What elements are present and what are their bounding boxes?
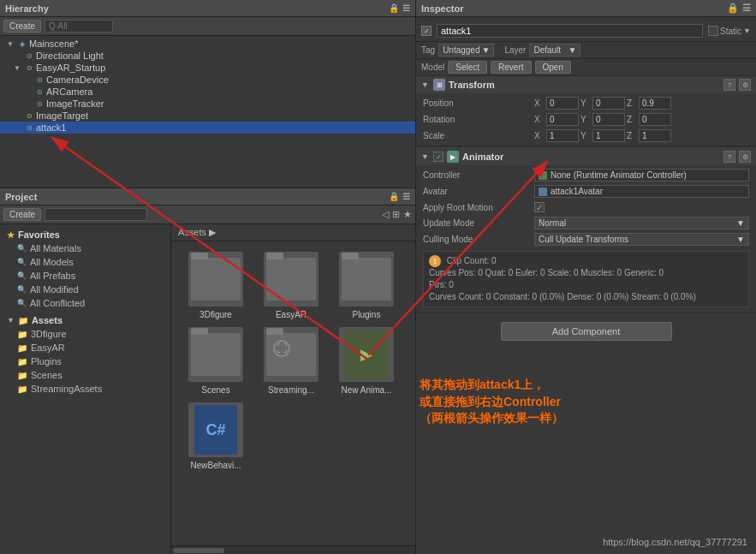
- asset-new-anim-icon: ▶: [339, 327, 394, 382]
- sidebar-item-all-models[interactable]: 🔍 All Models: [0, 255, 170, 269]
- project-icon1[interactable]: ◁: [382, 209, 389, 220]
- scale-x-input[interactable]: [546, 129, 579, 142]
- animator-enabled-checkbox[interactable]: ✓: [433, 152, 443, 162]
- animator-settings-icon[interactable]: ⚙: [739, 151, 751, 163]
- asset-3dfigure[interactable]: 3Dfigure: [182, 252, 250, 320]
- animator-toggle-arrow: ▼: [421, 152, 430, 161]
- animator-book-icon[interactable]: ?: [723, 151, 735, 163]
- go-name-input[interactable]: [437, 24, 703, 38]
- hierarchy-item-directional-light[interactable]: ⊙ Directional Light: [0, 50, 415, 62]
- culling-mode-dropdown[interactable]: Cull Update Transforms ▼: [534, 233, 749, 246]
- tag-dropdown[interactable]: Untagged ▼: [438, 44, 494, 57]
- apply-root-motion-checkbox[interactable]: ✓: [534, 202, 545, 212]
- project-create-button[interactable]: Create: [3, 208, 41, 221]
- add-component-button[interactable]: Add Component: [501, 322, 672, 341]
- assets-path-bar: Assets ▶: [171, 224, 415, 241]
- asset-easyar[interactable]: EasyAR: [257, 252, 325, 320]
- hierarchy-item-easyar-startup[interactable]: ▼ ⊙ EasyAR_Startup: [0, 62, 415, 74]
- assets-grid: 3Dfigure EasyAR Plugins: [171, 241, 415, 545]
- asset-scenes[interactable]: Scenes: [182, 327, 250, 396]
- position-x-input[interactable]: [546, 97, 579, 110]
- sidebar-item-all-modified[interactable]: 🔍 All Modified: [0, 283, 170, 296]
- sidebar-folder-scenes[interactable]: 📁 Scenes: [0, 368, 170, 382]
- transform-settings-icon[interactable]: ⚙: [739, 79, 751, 91]
- hierarchy-item-ar-camera[interactable]: ⊙ ARCamera: [0, 86, 415, 98]
- inspector-lock-icon[interactable]: 🔒: [727, 3, 739, 14]
- position-z-input[interactable]: [639, 97, 671, 110]
- scale-z-input[interactable]: [639, 129, 671, 142]
- favorites-header: ★ Favorites: [0, 228, 170, 241]
- scale-value: X Y Z: [534, 129, 749, 142]
- transform-book-icon[interactable]: ?: [723, 79, 735, 91]
- inspector-panel: Inspector 🔒 ☰ ✓ Static ▼ Tag: [415, 0, 756, 554]
- sidebar-item-all-conflicted[interactable]: 🔍 All Conflicted: [0, 296, 170, 310]
- project-sidebar: ★ Favorites 🔍 All Materials 🔍 All Models…: [0, 224, 171, 554]
- project-menu-icon[interactable]: ☰: [402, 192, 410, 201]
- asset-new-behav[interactable]: C# NewBehavi...: [182, 402, 250, 471]
- annotation-text: 将其拖动到attack1上， 或直接拖到右边Controller （两根箭头操作…: [420, 377, 563, 427]
- left-panel: Hierarchy 🔒 ☰ Create ▼ ◈ Mainscene*: [0, 0, 415, 554]
- asset-plugins[interactable]: Plugins: [332, 252, 401, 320]
- controller-field[interactable]: None (Runtime Animator Controller): [534, 169, 749, 182]
- static-checkbox[interactable]: [708, 26, 718, 36]
- avatar-object-icon: [539, 188, 547, 196]
- position-y-input[interactable]: [592, 97, 625, 110]
- inspector-header: Inspector 🔒 ☰: [416, 0, 756, 17]
- project-header: Project 🔒 ☰: [0, 188, 415, 206]
- hierarchy-item-mainscene[interactable]: ▼ ◈ Mainscene*: [0, 38, 415, 50]
- asset-new-behav-icon: C#: [188, 402, 243, 457]
- url-text: https://blog.csdn.net/qq_37777291: [603, 537, 747, 547]
- sidebar-item-all-materials[interactable]: 🔍 All Materials: [0, 241, 170, 255]
- avatar-field[interactable]: attack1Avatar: [534, 185, 749, 198]
- select-button[interactable]: Select: [448, 61, 487, 74]
- hierarchy-item-image-tracker[interactable]: ⊙ ImageTracker: [0, 98, 415, 110]
- layer-dropdown[interactable]: Default ▼: [529, 44, 580, 57]
- go-active-checkbox[interactable]: ✓: [421, 26, 432, 36]
- info-icon: !: [429, 255, 441, 267]
- hierarchy-item-attack1[interactable]: ⊙ attack1: [0, 122, 415, 134]
- sidebar-folder-streaming-assets[interactable]: 📁 StreamingAssets: [0, 382, 170, 396]
- go-header: ✓ Static ▼: [416, 21, 756, 42]
- hierarchy-header: Hierarchy 🔒 ☰: [0, 0, 415, 17]
- hierarchy-lock-icon: 🔒: [389, 3, 399, 13]
- asset-easyar-icon: [264, 252, 318, 307]
- project-icon2[interactable]: ⊞: [392, 209, 400, 220]
- rotation-z-input[interactable]: [639, 113, 671, 126]
- sidebar-folder-easyar[interactable]: 📁 EasyAR: [0, 341, 170, 354]
- apply-root-motion-row: Apply Root Motion ✓: [416, 200, 756, 215]
- animator-icon: ▶: [447, 151, 459, 163]
- hierarchy-create-button[interactable]: Create: [3, 20, 41, 33]
- asset-streaming[interactable]: ⛶ Streaming...: [257, 327, 325, 396]
- transform-body: Position X Y Z Rotation: [416, 93, 756, 146]
- asset-new-anim[interactable]: ▶ New Anima...: [332, 327, 401, 396]
- project-toolbar: Create ◁ ⊞ ★: [0, 206, 415, 224]
- sidebar-folder-3dfigure[interactable]: 📁 3Dfigure: [0, 327, 170, 341]
- hierarchy-search-input[interactable]: [45, 20, 113, 33]
- transform-header[interactable]: ▼ ⊞ Transform ? ⚙: [416, 76, 756, 93]
- revert-button[interactable]: Revert: [491, 61, 531, 74]
- assets-scrollbar[interactable]: [171, 545, 415, 554]
- project-search-input[interactable]: [45, 208, 147, 221]
- rotation-x-input[interactable]: [546, 113, 579, 126]
- position-row: Position X Y Z: [416, 95, 756, 111]
- inspector-menu-icon[interactable]: ☰: [742, 3, 751, 14]
- sidebar-folder-plugins[interactable]: 📁 Plugins: [0, 354, 170, 368]
- open-button[interactable]: Open: [535, 61, 571, 74]
- hierarchy-menu-icon[interactable]: ☰: [402, 3, 410, 13]
- asset-plugins-icon: [339, 252, 394, 307]
- tag-layer-row: Tag Untagged ▼ Layer Default ▼: [416, 42, 756, 59]
- rotation-y-input[interactable]: [592, 113, 625, 126]
- scale-y-input[interactable]: [592, 129, 625, 142]
- sidebar-item-all-prefabs[interactable]: 🔍 All Prefabs: [0, 269, 170, 283]
- project-lock-icon: 🔒: [389, 192, 399, 201]
- hierarchy-item-image-target[interactable]: ⊙ ImageTarget: [0, 110, 415, 122]
- animator-header[interactable]: ▼ ✓ ▶ Animator ? ⚙: [416, 148, 756, 165]
- scrollbar-thumb: [173, 548, 224, 553]
- static-dropdown-arrow[interactable]: ▼: [743, 27, 751, 35]
- animator-component: ▼ ✓ ▶ Animator ? ⚙ Controller: [416, 148, 756, 313]
- controller-row: Controller None (Runtime Animator Contro…: [416, 167, 756, 183]
- update-mode-dropdown[interactable]: Normal ▼: [534, 217, 749, 229]
- project-icon3[interactable]: ★: [403, 209, 412, 220]
- model-row: Model Select Revert Open: [416, 59, 756, 76]
- hierarchy-item-camera-device[interactable]: ⊙ CameraDevice: [0, 74, 415, 86]
